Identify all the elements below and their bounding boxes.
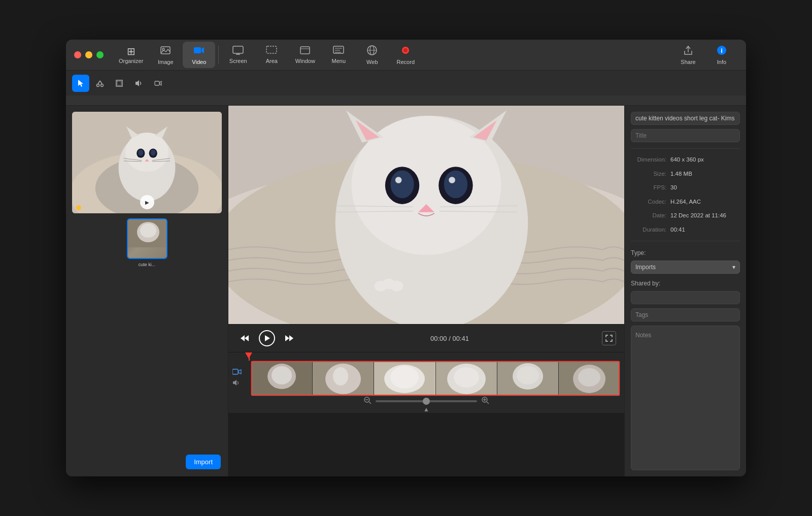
svg-marker-77 (265, 335, 270, 341)
media-item-1[interactable] (127, 218, 167, 259)
svg-rect-8 (300, 47, 310, 54)
divider-2 (631, 241, 740, 241)
timeline-header (228, 352, 624, 361)
crop-tool-button[interactable] (111, 75, 128, 92)
duration-label: Duration: (631, 225, 666, 235)
tags-field[interactable]: Tags (631, 308, 740, 321)
play-button-overlay[interactable]: ▶ (140, 195, 154, 209)
play-button[interactable] (259, 330, 275, 346)
size-label: Size: (631, 169, 666, 179)
svg-point-62 (390, 171, 414, 199)
shared-by-field[interactable] (631, 291, 740, 304)
codec-row: Codec: H.264, AAC (631, 197, 740, 207)
codec-label: Codec: (631, 197, 666, 207)
cut-tool-button[interactable] (91, 75, 109, 92)
maximize-button[interactable] (96, 51, 104, 58)
fps-label: FPS: (631, 183, 666, 193)
screen-label: Screen (229, 58, 247, 64)
notes-area[interactable]: Notes (631, 326, 740, 470)
info-label: Info (717, 59, 726, 65)
select-tool-button[interactable] (72, 75, 89, 92)
share-icon (683, 45, 693, 57)
timeline-collapse-arrow[interactable]: ▲ (423, 406, 429, 413)
svg-point-65 (449, 177, 455, 183)
film-frame-5 (497, 361, 559, 396)
toolbar-item-record[interactable]: Record (389, 42, 422, 68)
toolbar-item-organizer[interactable]: ⊞ Organizer (114, 42, 148, 68)
svg-point-74 (390, 281, 403, 292)
dimension-value: 640 x 360 px (666, 155, 740, 165)
svg-rect-2 (194, 47, 201, 53)
media-thumbnail (128, 219, 166, 258)
close-button[interactable] (74, 51, 81, 58)
zoom-out-button[interactable] (363, 396, 371, 406)
svg-point-64 (395, 177, 402, 183)
svg-point-41 (138, 150, 143, 156)
date-label: Date: (631, 211, 666, 221)
type-section-label: Type: (631, 249, 740, 256)
svg-marker-76 (241, 335, 245, 341)
svg-point-85 (272, 366, 292, 384)
chevron-down-icon: ▾ (732, 264, 735, 271)
toolbar-item-web[interactable]: Web (356, 42, 388, 68)
svg-rect-4 (233, 46, 243, 53)
toolbar-item-area[interactable]: Area (255, 42, 288, 68)
date-value: 12 Dec 2022 at 11:46 (666, 211, 740, 221)
svg-marker-3 (201, 47, 204, 53)
playhead[interactable] (249, 352, 250, 361)
toolbar-item-screen[interactable]: Screen (222, 42, 254, 68)
yellow-indicator (76, 205, 81, 210)
import-button[interactable]: Import (186, 455, 221, 469)
toolbar-item-window[interactable]: Window (289, 42, 321, 68)
record-small-tool-button[interactable] (149, 75, 166, 92)
svg-line-102 (369, 402, 371, 404)
share-label: Share (681, 59, 695, 65)
type-dropdown[interactable]: Imports ▾ (631, 261, 740, 274)
toolbar-item-menu[interactable]: Menu (322, 42, 355, 68)
svg-rect-7 (266, 46, 277, 53)
zoom-slider[interactable] (376, 400, 477, 402)
size-value: 1.48 MB (666, 169, 740, 179)
svg-marker-81 (239, 370, 241, 374)
traffic-lights (74, 51, 104, 58)
audio-tool-button[interactable] (130, 75, 147, 92)
minimize-button[interactable] (85, 51, 92, 58)
svg-point-100 (578, 368, 600, 386)
video-preview-area (228, 106, 624, 324)
web-icon (366, 45, 378, 57)
toolbar-item-image[interactable]: Image (149, 42, 182, 68)
dimension-label: Dimension: (631, 155, 666, 165)
track-icons (232, 369, 247, 388)
playback-controls: 00:00 / 00:41 (228, 324, 624, 352)
window-icon (299, 46, 311, 56)
svg-point-18 (403, 48, 408, 52)
divider-info (631, 148, 740, 149)
fast-forward-button[interactable] (281, 330, 297, 346)
info-icon: i (716, 45, 727, 57)
svg-point-23 (97, 84, 99, 86)
date-row: Date: 12 Dec 2022 at 11:46 (631, 211, 740, 221)
svg-marker-22 (78, 80, 83, 87)
title-field[interactable]: Title (631, 129, 740, 142)
toolbar-item-video[interactable]: Video (183, 42, 215, 68)
svg-point-24 (101, 84, 104, 86)
record-label: Record (397, 59, 415, 65)
toolbar-item-info[interactable]: i Info (705, 42, 738, 68)
rewind-button[interactable] (236, 330, 253, 346)
titlebar: ⊞ Organizer Image (66, 40, 746, 106)
duration-row: Duration: 00:41 (631, 225, 740, 235)
fullscreen-button[interactable] (602, 331, 616, 345)
svg-marker-79 (289, 335, 293, 341)
svg-point-42 (151, 150, 156, 156)
timeline: ▲ (228, 352, 624, 413)
toolbar-item-share[interactable]: Share (672, 42, 704, 68)
svg-rect-28 (117, 81, 121, 85)
zoom-in-button[interactable] (481, 396, 489, 406)
playhead-triangle (245, 352, 252, 359)
shared-by-label: Shared by: (631, 280, 740, 287)
web-label: Web (366, 59, 378, 65)
left-panel: ▶ cute ki... Import (66, 106, 228, 476)
zoom-slider-thumb (423, 398, 430, 405)
svg-marker-75 (245, 335, 249, 341)
film-frame-3 (374, 361, 435, 396)
